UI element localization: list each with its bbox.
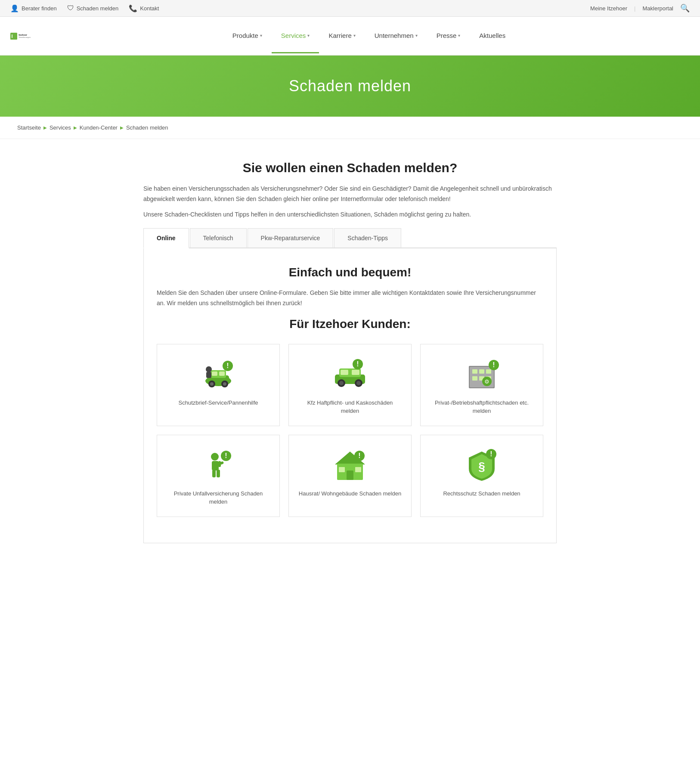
svg-rect-7	[212, 371, 217, 376]
topbar-schaden[interactable]: 🛡 Schaden melden	[67, 4, 119, 12]
topbar-kontakt[interactable]: 📞 Kontakt	[129, 4, 159, 12]
nav-presse[interactable]: Presse ▾	[427, 19, 470, 53]
svg-rect-29	[472, 369, 477, 374]
breadcrumb: Startseite ▶ Services ▶ Kunden-Center ▶ …	[0, 117, 700, 139]
svg-text:Versicherungen: Versicherungen	[19, 36, 31, 38]
svg-rect-30	[479, 369, 484, 374]
topbar-makler-link[interactable]: Maklerportal	[642, 5, 673, 12]
card-haftpflicht[interactable]: ⚙ ! Privat-/Betriebshaftpflichtschaden e…	[420, 344, 543, 426]
logo[interactable]: I Itzehoer Versicherungen	[10, 26, 31, 46]
svg-rect-8	[219, 371, 225, 376]
intro-text-2: Unsere Schaden-Checklisten und Tipps hel…	[143, 210, 557, 220]
svg-text:Itzehoer: Itzehoer	[19, 33, 27, 36]
breadcrumb-sep-2: ▶	[74, 125, 77, 130]
nav-aktuelles[interactable]: Aktuelles	[470, 19, 515, 53]
cards-grid-row1: ! Schutzbrief-Service/Pannenhilfe	[157, 344, 543, 426]
phone-icon: 📞	[129, 4, 137, 12]
svg-point-22	[339, 381, 344, 385]
svg-text:⚙: ⚙	[484, 378, 489, 385]
chevron-down-icon: ▾	[307, 33, 310, 38]
topbar-left: 👤 Berater finden 🛡 Schaden melden 📞 Kont…	[10, 4, 580, 12]
nav-produkte[interactable]: Produkte ▾	[223, 19, 272, 53]
tab-subtitle: Einfach und bequem!	[157, 266, 543, 279]
svg-text:!: !	[225, 452, 227, 459]
card-schutzbrief[interactable]: ! Schutzbrief-Service/Pannenhilfe	[157, 344, 280, 426]
tab-text: Melden Sie den Schaden über unsere Onlin…	[157, 288, 543, 309]
nav-karriere[interactable]: Karriere ▾	[319, 19, 365, 53]
svg-rect-40	[212, 461, 219, 470]
card-rechtsschutz[interactable]: § ! Rechtsschutz Schaden melden	[420, 435, 543, 517]
svg-rect-20	[352, 370, 359, 375]
svg-rect-14	[206, 372, 211, 378]
card-icon-schutzbrief: !	[197, 357, 240, 392]
tabs: Online Telefonisch Pkw-Reparaturservice …	[143, 228, 557, 248]
nav-aktuelles-label: Aktuelles	[479, 32, 505, 39]
card-label-hausrat: Hausrat/ Wohngebäude Schaden melden	[299, 489, 401, 498]
kontakt-label: Kontakt	[140, 5, 159, 12]
svg-rect-51	[355, 467, 361, 472]
berater-label: Berater finden	[22, 5, 57, 12]
topbar-meine-link[interactable]: Meine Itzehoer	[590, 5, 627, 12]
tab-pkw[interactable]: Pkw-Reparaturservice	[248, 228, 334, 248]
nav-services-label: Services	[281, 32, 306, 39]
shield-icon: 🛡	[67, 4, 74, 12]
schaden-label: Schaden melden	[77, 5, 119, 12]
svg-rect-31	[486, 369, 491, 374]
svg-text:I: I	[11, 33, 12, 38]
svg-rect-50	[339, 467, 345, 472]
nav-services[interactable]: Services ▾	[272, 19, 319, 53]
nav-karriere-label: Karriere	[328, 32, 351, 39]
chevron-down-icon: ▾	[415, 33, 418, 38]
tab-tipps[interactable]: Schaden-Tipps	[334, 228, 401, 248]
nav-unternehmen-label: Unternehmen	[375, 32, 414, 39]
svg-rect-19	[341, 370, 348, 375]
card-label-unfall: Private Unfallversicherung Schaden melde…	[166, 489, 271, 506]
svg-text:§: §	[478, 460, 485, 473]
nav-presse-label: Presse	[437, 32, 457, 39]
card-icon-kfz: !	[328, 357, 372, 392]
card-label-schutzbrief: Schutzbrief-Service/Pannenhilfe	[179, 399, 258, 407]
svg-rect-32	[472, 376, 477, 381]
hero-title: Schaden melden	[9, 77, 691, 95]
card-label-kfz: Kfz Haftpflicht- und Kaskoschäden melden	[297, 399, 403, 415]
topbar: 👤 Berater finden 🛡 Schaden melden 📞 Kont…	[0, 0, 700, 17]
nav-produkte-label: Produkte	[232, 32, 258, 39]
svg-rect-42	[218, 461, 221, 467]
topbar-right: Meine Itzehoer | Maklerportal 🔍	[590, 3, 690, 13]
card-icon-haftpflicht: ⚙ !	[460, 357, 503, 392]
card-unfall[interactable]: ! Private Unfallversicherung Schaden mel…	[157, 435, 280, 517]
main-content: Sie wollen einen Schaden melden? Sie hab…	[135, 139, 565, 552]
breadcrumb-current: Schaden melden	[126, 124, 168, 131]
card-kfz[interactable]: ! Kfz Haftpflicht- und Kaskoschäden meld…	[288, 344, 412, 426]
card-icon-rechtsschutz: § !	[460, 448, 503, 483]
hero-section: Schaden melden	[0, 56, 700, 117]
tab-telefonisch[interactable]: Telefonisch	[190, 228, 247, 248]
topbar-divider: |	[634, 5, 635, 12]
card-label-rechtsschutz: Rechtsschutz Schaden melden	[443, 489, 520, 498]
svg-rect-43	[212, 470, 216, 477]
nav-unternehmen[interactable]: Unternehmen ▾	[365, 19, 427, 53]
cards-grid-row2: ! Private Unfallversicherung Schaden mel…	[157, 435, 543, 517]
intro-text-1: Sie haben einen Versicherungsschaden als…	[143, 184, 557, 204]
tab-content-online: Einfach und bequem! Melden Sie den Schad…	[143, 248, 557, 543]
svg-point-12	[223, 382, 226, 386]
breadcrumb-startseite[interactable]: Startseite	[17, 124, 41, 131]
search-icon[interactable]: 🔍	[680, 3, 690, 13]
person-icon: 👤	[10, 4, 19, 12]
svg-point-10	[210, 382, 214, 386]
card-hausrat[interactable]: ! Hausrat/ Wohngebäude Schaden melden	[288, 435, 412, 517]
chevron-down-icon: ▾	[353, 33, 356, 38]
svg-text:!: !	[226, 362, 229, 369]
card-label-haftpflicht: Privat-/Betriebshaftpflichtschaden etc. …	[429, 399, 534, 415]
tab-online[interactable]: Online	[143, 228, 189, 248]
logo-svg: I Itzehoer Versicherungen	[10, 26, 31, 46]
svg-rect-49	[347, 470, 353, 480]
svg-text:!: !	[492, 361, 495, 368]
main-heading: Sie wollen einen Schaden melden?	[143, 161, 557, 175]
topbar-berater[interactable]: 👤 Berater finden	[10, 4, 57, 12]
breadcrumb-sep-3: ▶	[120, 125, 124, 130]
breadcrumb-kunden-center[interactable]: Kunden-Center	[80, 124, 118, 131]
breadcrumb-services[interactable]: Services	[50, 124, 71, 131]
svg-point-24	[356, 381, 361, 385]
chevron-down-icon: ▾	[260, 33, 262, 38]
